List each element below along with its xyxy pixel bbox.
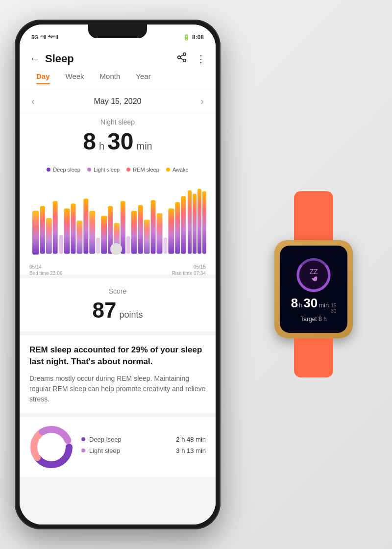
- clock-display: 8:08: [192, 34, 204, 41]
- back-button[interactable]: ←: [29, 52, 40, 65]
- prev-date-button[interactable]: ‹: [31, 96, 35, 107]
- sleep-legend: Deep sleep Light sleep REM sleep Awake: [20, 163, 216, 176]
- tab-day[interactable]: Day: [29, 69, 57, 83]
- signal-indicator: 5G ᵐll ⁴ᵍᵐll: [31, 34, 58, 41]
- svg-rect-33: [197, 189, 201, 253]
- app-content[interactable]: ← Sleep ⋮: [20, 46, 216, 524]
- svg-rect-10: [59, 235, 63, 254]
- breakdown-list: Deep lseep 2 h 48 min Light sleep 3 h 13…: [81, 436, 206, 458]
- tab-year[interactable]: Year: [129, 69, 157, 83]
- breakdown-deep-label: Deep lseep: [89, 436, 122, 443]
- svg-rect-9: [53, 201, 58, 253]
- svg-rect-34: [202, 191, 206, 253]
- svg-text:ZZ: ZZ: [309, 268, 318, 275]
- watch-sleep-ring: ZZ: [295, 256, 332, 294]
- start-date: 05/14: [29, 264, 62, 270]
- watch-h-unit: h: [299, 301, 302, 309]
- chart-labels: 05/14 Bed time 23:06 05/15 Rise time 07:…: [27, 264, 208, 276]
- scene: 5G ᵐll ⁴ᵍᵐll 🔋 8:08 ← Sleep: [0, 0, 392, 549]
- sleep-minutes: 30: [107, 128, 133, 155]
- rem-sleep-label: REM sleep: [133, 167, 159, 173]
- end-date: 05/15: [172, 264, 206, 270]
- signal-text: 5G ᵐll ⁴ᵍᵐll: [31, 34, 58, 41]
- svg-rect-27: [163, 238, 167, 254]
- info-body: Dreams mostly occur during REM sleep. Ma…: [29, 374, 206, 404]
- light-sleep-label: Light sleep: [94, 167, 120, 173]
- watch-container: ZZ 8 h 30 min 15 30: [250, 191, 377, 358]
- current-date: May 15, 2020: [94, 97, 142, 106]
- svg-line-3: [180, 58, 183, 60]
- rem-sleep-dot: [126, 168, 130, 172]
- awake-dot: [166, 168, 170, 172]
- sleep-hours: 8: [83, 128, 96, 155]
- svg-rect-16: [96, 238, 100, 254]
- tab-bar: Day Week Month Year: [20, 65, 216, 89]
- smartwatch: ZZ 8 h 30 min 15 30: [265, 191, 363, 358]
- svg-rect-6: [32, 211, 39, 254]
- sleep-chart: 05/14 Bed time 23:06 05/15 Rise time 07:…: [20, 176, 216, 274]
- battery-icon: 🔋: [183, 34, 190, 41]
- rise-time: Rise time 07:34: [172, 270, 206, 276]
- tab-week[interactable]: Week: [59, 69, 91, 83]
- phone-notch: [88, 25, 147, 38]
- watch-side-15: 15: [331, 303, 336, 308]
- header-right: ⋮: [176, 52, 206, 65]
- min-unit: min: [136, 141, 152, 152]
- score-unit: points: [119, 310, 143, 320]
- date-navigation: ‹ May 15, 2020 ›: [20, 90, 216, 113]
- tab-month[interactable]: Month: [93, 69, 127, 83]
- watch-side-30: 30: [331, 308, 336, 314]
- share-icon[interactable]: [176, 52, 187, 65]
- bed-time: Bed time 23:06: [29, 270, 62, 276]
- light-sleep-dot: [87, 168, 91, 172]
- legend-light-sleep: Light sleep: [87, 167, 120, 173]
- score-number: 87: [93, 298, 117, 323]
- sleep-summary-label: Night sleep: [29, 118, 206, 126]
- score-card: Score 87 points: [20, 278, 216, 331]
- watch-hours: 8: [291, 296, 298, 311]
- svg-rect-17: [101, 216, 107, 254]
- info-heading: REM sleep accounted for 29% of your slee…: [29, 344, 206, 368]
- score-label: Score: [29, 287, 206, 295]
- svg-rect-26: [157, 213, 163, 254]
- svg-rect-22: [131, 211, 137, 254]
- legend-deep-sleep: Deep sleep: [47, 167, 80, 173]
- donut-chart: [29, 425, 74, 469]
- svg-rect-13: [76, 221, 82, 254]
- chart-label-right: 05/15 Rise time 07:34: [172, 264, 206, 276]
- sleep-summary: Night sleep 8 h 30 min: [20, 113, 216, 163]
- watch-screen: ZZ 8 h 30 min 15 30: [280, 246, 347, 333]
- breakdown-light-label: Light sleep: [89, 447, 120, 454]
- phone-screen: 5G ᵐll ⁴ᵍᵐll 🔋 8:08 ← Sleep: [20, 25, 216, 524]
- battery-time: 🔋 8:08: [183, 34, 204, 41]
- chart-toggle[interactable]: [110, 243, 122, 255]
- svg-rect-15: [89, 211, 95, 254]
- svg-rect-21: [126, 236, 130, 254]
- svg-rect-29: [175, 202, 180, 253]
- svg-rect-12: [71, 203, 76, 253]
- breakdown-card: Deep lseep 2 h 48 min Light sleep 3 h 13…: [20, 417, 216, 477]
- watch-m-unit: min: [318, 301, 329, 309]
- svg-line-4: [180, 55, 183, 57]
- breakdown-deep-time: 2 h 48 min: [176, 436, 206, 443]
- header-left: ← Sleep: [29, 52, 74, 65]
- svg-rect-25: [151, 200, 156, 253]
- breakdown-light: Light sleep 3 h 13 min: [81, 447, 206, 454]
- legend-awake: Awake: [166, 167, 189, 173]
- svg-rect-8: [46, 218, 52, 254]
- phone-shell: 5G ᵐll ⁴ᵍᵐll 🔋 8:08 ← Sleep: [15, 20, 220, 529]
- awake-label: Awake: [172, 167, 189, 173]
- light-sleep-dot-b: [81, 449, 85, 452]
- deep-sleep-dot: [47, 168, 50, 172]
- next-date-button[interactable]: ›: [200, 96, 204, 107]
- app-header: ← Sleep ⋮: [20, 46, 216, 65]
- score-value: 87 points: [29, 298, 206, 323]
- watch-time: 8 h 30 min 15 30: [291, 296, 337, 314]
- chart-label-left: 05/14 Bed time 23:06: [29, 264, 62, 276]
- hours-unit: h: [99, 141, 104, 152]
- watch-target: Target 8 h: [300, 316, 326, 323]
- svg-rect-28: [168, 208, 174, 253]
- breakdown-light-time: 3 h 13 min: [176, 447, 206, 454]
- svg-rect-11: [64, 208, 70, 253]
- more-icon[interactable]: ⋮: [196, 53, 206, 65]
